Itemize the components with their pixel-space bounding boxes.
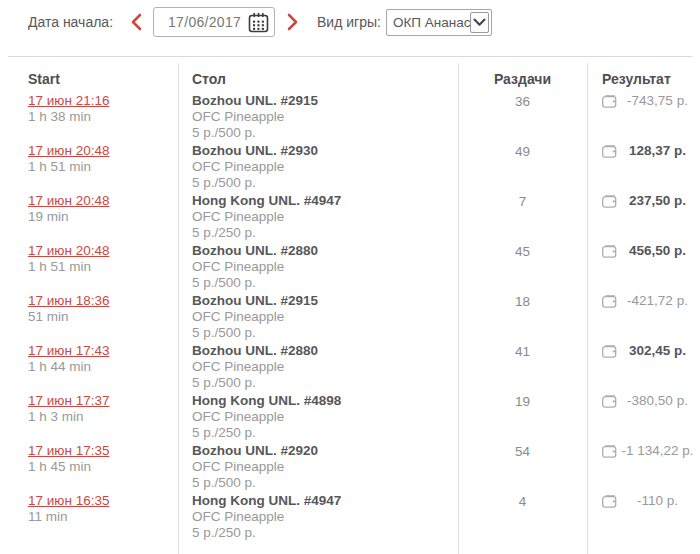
result-amount: -380,50 р. xyxy=(617,394,698,408)
session-start-link[interactable]: 17 июн 18:36 xyxy=(28,293,109,309)
result-amount: 128,37 р. xyxy=(617,144,698,158)
session-start-link[interactable]: 17 июн 20:48 xyxy=(28,243,109,259)
wallet-icon xyxy=(602,145,617,158)
result-cell: 128,37 р. xyxy=(587,143,700,158)
game-variant: OFC Pineapple xyxy=(192,459,458,475)
table-title: Hong Kong UNL. #4947 xyxy=(192,493,458,509)
next-day-button[interactable] xyxy=(281,9,303,35)
start-date-input[interactable]: 17/06/2017 xyxy=(153,7,275,37)
result-cell: 237,50 р. xyxy=(587,193,700,208)
start-cell: 17 июн 16:35 11 min xyxy=(28,493,178,525)
wallet-icon xyxy=(602,245,617,258)
column-divider xyxy=(178,63,179,554)
table-row: 17 июн 17:43 1 h 44 min Bozhou UNL. #288… xyxy=(28,343,700,393)
session-start-link[interactable]: 17 июн 21:16 xyxy=(28,93,109,109)
wallet-icon xyxy=(602,295,617,308)
hands-count: 49 xyxy=(458,143,587,160)
chevron-down-icon xyxy=(473,18,486,27)
header-hands: Раздачи xyxy=(458,71,587,93)
wallet-icon xyxy=(602,395,617,408)
calendar-picker-button[interactable] xyxy=(247,11,269,33)
header-result: Результат xyxy=(587,71,700,93)
column-divider xyxy=(458,63,459,554)
session-start-link[interactable]: 17 июн 17:43 xyxy=(28,343,109,359)
result-amount: 456,50 р. xyxy=(617,244,698,258)
hands-count: 54 xyxy=(458,443,587,460)
result-cell: -1 134,22 р. xyxy=(587,443,700,458)
result-amount: -743,75 р. xyxy=(617,94,698,108)
session-duration: 1 h 51 min xyxy=(28,159,178,175)
table-row: 17 июн 17:35 1 h 45 min Bozhou UNL. #292… xyxy=(28,443,700,493)
result-cell: 302,45 р. xyxy=(587,343,700,358)
table-row: 17 июн 20:48 1 h 51 min Bozhou UNL. #293… xyxy=(28,143,700,193)
table-row: 17 июн 21:16 1 h 38 min Bozhou UNL. #291… xyxy=(28,93,700,143)
stakes: 5 р./250 р. xyxy=(192,225,458,241)
result-cell: -380,50 р. xyxy=(587,393,700,408)
stakes: 5 р./500 р. xyxy=(192,175,458,191)
game-variant: OFC Pineapple xyxy=(192,259,458,275)
session-start-link[interactable]: 17 июн 16:35 xyxy=(28,493,109,509)
session-duration: 1 h 38 min xyxy=(28,109,178,125)
session-duration: 51 min xyxy=(28,309,178,325)
start-cell: 17 июн 21:16 1 h 38 min xyxy=(28,93,178,125)
hands-count: 41 xyxy=(458,343,587,360)
game-variant: OFC Pineapple xyxy=(192,309,458,325)
select-dropdown-button[interactable] xyxy=(470,12,489,33)
hands-count: 18 xyxy=(458,293,587,310)
hands-count: 36 xyxy=(458,93,587,110)
table-title: Bozhou UNL. #2880 xyxy=(192,243,458,259)
result-amount: 237,50 р. xyxy=(617,194,698,208)
stakes: 5 р./500 р. xyxy=(192,375,458,391)
table-cell: Bozhou UNL. #2880 OFC Pineapple 5 р./500… xyxy=(178,243,458,291)
start-cell: 17 июн 17:37 1 h 3 min xyxy=(28,393,178,425)
hands-count: 19 xyxy=(458,393,587,410)
session-duration: 1 h 45 min xyxy=(28,459,178,475)
game-variant: OFC Pineapple xyxy=(192,209,458,225)
table-cell: Bozhou UNL. #2880 OFC Pineapple 5 р./500… xyxy=(178,343,458,391)
table-row: 17 июн 18:36 51 min Bozhou UNL. #2915 OF… xyxy=(28,293,700,343)
result-amount: -1 134,22 р. xyxy=(617,444,698,458)
table-cell: Hong Kong UNL. #4947 OFC Pineapple 5 р./… xyxy=(178,193,458,241)
table-cell: Bozhou UNL. #2915 OFC Pineapple 5 р./500… xyxy=(178,293,458,341)
table-row: 17 июн 20:48 19 min Hong Kong UNL. #4947… xyxy=(28,193,700,243)
table-body: 17 июн 21:16 1 h 38 min Bozhou UNL. #291… xyxy=(0,93,700,543)
start-cell: 17 июн 20:48 19 min xyxy=(28,193,178,225)
result-amount: 302,45 р. xyxy=(617,344,698,358)
session-duration: 11 min xyxy=(28,509,178,525)
table-cell: Bozhou UNL. #2920 OFC Pineapple 5 р./500… xyxy=(178,443,458,491)
header-start: Start xyxy=(28,71,178,93)
wallet-icon xyxy=(602,495,617,508)
stakes: 5 р./500 р. xyxy=(192,325,458,341)
calendar-icon xyxy=(248,12,269,33)
start-date-label: Дата начала: xyxy=(28,14,113,30)
session-duration: 1 h 44 min xyxy=(28,359,178,375)
start-cell: 17 июн 20:48 1 h 51 min xyxy=(28,143,178,175)
table-row: 17 июн 17:37 1 h 3 min Hong Kong UNL. #4… xyxy=(28,393,700,443)
result-cell: -110 р. xyxy=(587,493,700,508)
wallet-icon xyxy=(602,445,617,458)
table-title: Bozhou UNL. #2930 xyxy=(192,143,458,159)
session-start-link[interactable]: 17 июн 17:37 xyxy=(28,393,109,409)
prev-day-button[interactable] xyxy=(125,9,147,35)
game-type-select[interactable]: ОКП Ананас xyxy=(386,9,492,36)
hands-count: 7 xyxy=(458,193,587,210)
wallet-icon xyxy=(602,195,617,208)
game-type-value: ОКП Ананас xyxy=(393,15,471,30)
game-variant: OFC Pineapple xyxy=(192,109,458,125)
table-title: Bozhou UNL. #2915 xyxy=(192,293,458,309)
start-cell: 17 июн 20:48 1 h 51 min xyxy=(28,243,178,275)
start-cell: 17 июн 18:36 51 min xyxy=(28,293,178,325)
hands-count: 45 xyxy=(458,243,587,260)
game-variant: OFC Pineapple xyxy=(192,409,458,425)
result-cell: -421,72 р. xyxy=(587,293,700,308)
session-duration: 19 min xyxy=(28,209,178,225)
table-cell: Bozhou UNL. #2915 OFC Pineapple 5 р./500… xyxy=(178,93,458,141)
table-row: 17 июн 20:48 1 h 51 min Bozhou UNL. #288… xyxy=(28,243,700,293)
chevron-left-icon xyxy=(130,13,143,31)
session-start-link[interactable]: 17 июн 20:48 xyxy=(28,143,109,159)
start-cell: 17 июн 17:35 1 h 45 min xyxy=(28,443,178,475)
start-date-value: 17/06/2017 xyxy=(168,14,241,30)
result-amount: -421,72 р. xyxy=(617,294,698,308)
session-start-link[interactable]: 17 июн 20:48 xyxy=(28,193,109,209)
session-start-link[interactable]: 17 июн 17:35 xyxy=(28,443,109,459)
